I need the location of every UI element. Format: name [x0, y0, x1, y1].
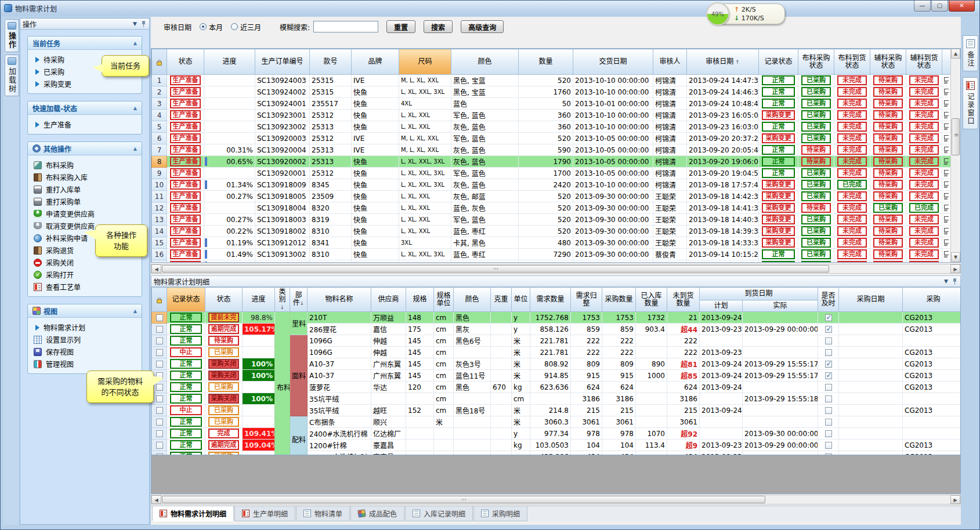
- material-name-cell[interactable]: 1200#针棉: [308, 440, 371, 451]
- quantity-cell[interactable]: 1700: [519, 168, 573, 179]
- unit-cell[interactable]: kg: [512, 382, 530, 393]
- table-row[interactable]: 10生产准备01.34%SC1309180098345快鱼L, XL, XXL,…: [152, 179, 953, 191]
- unit-cell[interactable]: cm: [512, 393, 530, 405]
- rounded-qty-cell[interactable]: 222: [571, 335, 602, 347]
- delivery-date-cell[interactable]: 2013-10-10 00:00:00: [573, 110, 653, 121]
- row-select-cell[interactable]: [152, 405, 167, 416]
- row-number-cell[interactable]: 6: [152, 133, 167, 144]
- vscroll-thumb[interactable]: [952, 118, 960, 155]
- ontime-checkbox[interactable]: [825, 314, 832, 321]
- row-select-cell[interactable]: [152, 440, 167, 451]
- collapse-icon[interactable]: ▲: [133, 146, 137, 151]
- row-checkbox[interactable]: [156, 442, 163, 449]
- spec-unit-cell[interactable]: cm: [434, 393, 454, 405]
- planned-arrival-cell[interactable]: 2013-09-23: [700, 451, 743, 456]
- sidebar-item[interactable]: 采购变更: [34, 78, 139, 90]
- record-status-cell[interactable]: 正常: [759, 260, 798, 263]
- record-status-cell[interactable]: 正常: [167, 312, 205, 324]
- colors-cell[interactable]: 黑色, 宝蓝: [451, 75, 519, 86]
- ontime-cell[interactable]: [818, 335, 839, 347]
- ontime-checkbox[interactable]: [825, 419, 832, 426]
- ontime-cell[interactable]: [818, 451, 839, 456]
- table-row[interactable]: 17生产准备00.40%SC1309130048316快鱼L, XL, XXL,…: [152, 260, 953, 263]
- row-number-cell[interactable]: 5: [152, 121, 167, 133]
- audit-time-cell[interactable]: 2013-09-18 14:41:33: [687, 202, 759, 214]
- table-row[interactable]: 7生产准备00.31%SC13092000425313IVEM, L, XL, …: [152, 144, 953, 156]
- unit-cell[interactable]: 米: [512, 405, 530, 416]
- detail-column-header[interactable]: 状态: [205, 288, 243, 312]
- purchased-qty-cell[interactable]: 859: [602, 324, 636, 335]
- spec-cell[interactable]: [406, 440, 434, 451]
- supplier-cell[interactable]: 顺兴: [371, 416, 406, 428]
- panel-dropdown-icon[interactable]: ▼: [133, 21, 137, 27]
- orders-grid-vscrollbar[interactable]: ▲ ▼: [950, 49, 960, 262]
- material-name-cell[interactable]: 286狸花: [308, 324, 371, 335]
- planned-arrival-cell[interactable]: 2013-09-23: [700, 347, 743, 358]
- progress-cell[interactable]: 100%: [243, 393, 275, 405]
- spec-unit-cell[interactable]: cm: [434, 324, 454, 335]
- purchased-qty-cell[interactable]: 104: [602, 440, 636, 451]
- color-cell[interactable]: [454, 416, 491, 428]
- record-status-cell[interactable]: 采购变更: [759, 202, 798, 214]
- instock-qty-cell[interactable]: 1732: [636, 312, 667, 324]
- required-qty-cell[interactable]: 214.8: [530, 405, 571, 416]
- sidebar-item[interactable]: 取消变更供应商: [34, 220, 139, 232]
- ontime-checkbox[interactable]: [825, 372, 832, 379]
- sidebar-item[interactable]: 物料需求计划: [34, 321, 139, 333]
- pending-qty-cell[interactable]: 222: [667, 335, 700, 347]
- ontime-checkbox[interactable]: [825, 326, 832, 333]
- row-select-cell[interactable]: [152, 393, 167, 405]
- purchase-no-cell[interactable]: CG2013: [903, 312, 961, 324]
- progress-cell[interactable]: 98.8%: [243, 312, 275, 324]
- supplier-cell[interactable]: 越旺: [371, 405, 406, 416]
- detail-dropdown-icon[interactable]: ▼: [944, 278, 948, 284]
- column-header-4[interactable]: 款号: [310, 49, 352, 75]
- sizes-cell[interactable]: L, XL, XXL, 3XL: [399, 168, 451, 179]
- material-name-cell[interactable]: 1096G: [308, 347, 371, 358]
- purchase-date-cell[interactable]: [839, 451, 903, 456]
- required-qty-cell[interactable]: 858.126: [530, 324, 571, 335]
- row-checkbox[interactable]: [156, 337, 163, 344]
- unit-cell[interactable]: 米: [512, 370, 530, 382]
- scroll-right-icon[interactable]: ▶: [950, 495, 960, 504]
- purchased-qty-cell[interactable]: 809: [602, 358, 636, 370]
- progress-cell[interactable]: 00.27%: [204, 214, 255, 226]
- planned-arrival-cell[interactable]: [700, 428, 743, 440]
- ontime-checkbox[interactable]: [825, 349, 832, 356]
- planned-arrival-cell[interactable]: 2013-09-23: [700, 324, 743, 335]
- progress-cell[interactable]: [243, 347, 275, 358]
- fabric-arrival-status-cell[interactable]: 未完成: [834, 168, 870, 179]
- style-number-cell[interactable]: 8341: [310, 237, 352, 249]
- record-status-cell[interactable]: 采购变更: [759, 237, 798, 249]
- material-name-cell[interactable]: A10-37: [308, 370, 371, 382]
- progress-cell[interactable]: [204, 133, 255, 144]
- supplier-cell[interactable]: 嘉信: [371, 324, 406, 335]
- colors-cell[interactable]: 灰色, 蓝色: [451, 156, 519, 168]
- actual-arrival-cell[interactable]: 2013-09-29 15:55:17: [743, 358, 818, 370]
- record-status-cell[interactable]: 正常: [759, 249, 798, 260]
- color-cell[interactable]: [454, 347, 491, 358]
- supplier-cell[interactable]: [371, 393, 406, 405]
- row-number-cell[interactable]: 7: [152, 144, 167, 156]
- progress-cell[interactable]: [204, 86, 255, 98]
- detail-column-header[interactable]: 已入库 数量: [636, 288, 667, 312]
- table-row[interactable]: 2生产准备SC13092400225315快鱼L, XL, XXL, 3XL黑色…: [152, 86, 953, 98]
- purchase-date-cell[interactable]: [839, 382, 903, 393]
- row-number-cell[interactable]: 11: [152, 191, 167, 202]
- actual-arrival-cell[interactable]: [743, 382, 818, 393]
- sidebar-item[interactable]: 重打采购单: [34, 195, 139, 208]
- style-number-cell[interactable]: 8319: [310, 214, 352, 226]
- unit-cell[interactable]: kg: [512, 440, 530, 451]
- supplier-cell[interactable]: 万顺益: [371, 312, 406, 324]
- table-row[interactable]: 12生产准备SC1309180048320快鱼L, XL, XXL蓝色, 灰色5…: [152, 202, 953, 214]
- purchase-no-cell[interactable]: CG2013: [903, 382, 961, 393]
- record-status-cell[interactable]: 正常: [167, 370, 205, 382]
- row-checkbox[interactable]: [156, 314, 163, 321]
- accessory-purchase-status-cell[interactable]: 待采购: [870, 144, 906, 156]
- row-select-cell[interactable]: [152, 428, 167, 440]
- order-number-cell[interactable]: SC130924001: [255, 98, 310, 110]
- detail-column-header[interactable]: 规格: [406, 288, 434, 312]
- status-cell[interactable]: 待采购: [205, 335, 243, 347]
- style-number-cell[interactable]: 25312: [310, 110, 352, 121]
- material-name-cell[interactable]: 2400#水洗棉加时: [308, 451, 371, 456]
